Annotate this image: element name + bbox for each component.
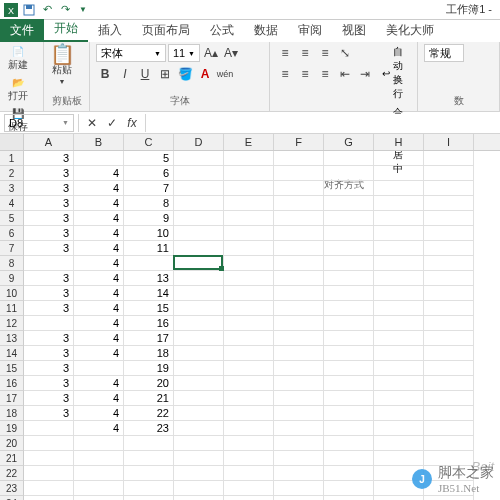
orientation-icon[interactable]: ⤡ [336,44,354,62]
cell[interactable]: 3 [24,166,74,181]
cell[interactable] [324,196,374,211]
cell[interactable] [274,376,324,391]
cell[interactable] [274,391,324,406]
cell[interactable] [174,421,224,436]
col-header-F[interactable]: F [274,134,324,150]
cell[interactable] [374,436,424,451]
cell[interactable] [274,481,324,496]
cell[interactable] [174,316,224,331]
cell[interactable]: 9 [124,211,174,226]
phonetic-icon[interactable]: wén [216,65,234,83]
cell[interactable] [224,496,274,500]
cell[interactable] [424,316,474,331]
cell[interactable]: 4 [74,406,124,421]
cell[interactable] [224,436,274,451]
cell[interactable] [324,166,374,181]
cell[interactable]: 11 [124,241,174,256]
cell[interactable] [274,181,324,196]
cell[interactable] [324,316,374,331]
cell[interactable] [324,226,374,241]
cell[interactable] [424,346,474,361]
cell[interactable] [274,196,324,211]
cell[interactable] [274,331,324,346]
cell[interactable] [74,481,124,496]
cell[interactable] [374,496,424,500]
cell[interactable] [124,436,174,451]
cell[interactable] [24,316,74,331]
cell[interactable] [424,211,474,226]
cell[interactable] [224,166,274,181]
cell[interactable] [124,451,174,466]
cell[interactable] [224,346,274,361]
cell[interactable] [374,376,424,391]
cell[interactable] [224,211,274,226]
tab-review[interactable]: 审阅 [288,19,332,42]
cell[interactable] [374,331,424,346]
cell[interactable]: 4 [74,166,124,181]
cell[interactable] [324,346,374,361]
cell[interactable]: 3 [24,211,74,226]
spreadsheet-grid[interactable]: ABCDEFGHI 135234633474348534963410734118… [0,134,500,500]
cell[interactable] [324,361,374,376]
cell[interactable]: 10 [124,226,174,241]
cell[interactable] [424,241,474,256]
cell[interactable] [224,226,274,241]
col-header-H[interactable]: H [374,134,424,150]
tab-insert[interactable]: 插入 [88,19,132,42]
row-header[interactable]: 5 [0,211,24,226]
col-header-B[interactable]: B [74,134,124,150]
cell[interactable] [324,151,374,166]
tab-formulas[interactable]: 公式 [200,19,244,42]
name-box[interactable]: D8▼ [4,114,74,132]
cell[interactable] [74,451,124,466]
row-header[interactable]: 3 [0,181,24,196]
cell[interactable] [174,301,224,316]
align-left-icon[interactable]: ≡ [276,65,294,83]
cell[interactable] [424,331,474,346]
cell[interactable] [174,151,224,166]
cell[interactable] [24,466,74,481]
cell[interactable] [224,316,274,331]
underline-icon[interactable]: U [136,65,154,83]
row-header[interactable]: 18 [0,406,24,421]
cell[interactable] [374,211,424,226]
cell[interactable] [174,166,224,181]
cell[interactable] [424,181,474,196]
col-header-C[interactable]: C [124,134,174,150]
cell[interactable]: 4 [74,196,124,211]
cell[interactable] [24,496,74,500]
cell[interactable] [324,421,374,436]
cell[interactable] [224,196,274,211]
cell[interactable] [274,286,324,301]
cell[interactable]: 3 [24,196,74,211]
cell[interactable] [274,241,324,256]
align-bottom-icon[interactable]: ≡ [316,44,334,62]
cell[interactable] [174,286,224,301]
bold-icon[interactable]: B [96,65,114,83]
enter-icon[interactable]: ✓ [103,114,121,132]
cell[interactable] [424,286,474,301]
cell[interactable]: 4 [74,301,124,316]
align-top-icon[interactable]: ≡ [276,44,294,62]
save-icon[interactable] [22,3,36,17]
cell[interactable] [174,256,224,271]
row-header[interactable]: 17 [0,391,24,406]
cell[interactable]: 4 [74,256,124,271]
cell[interactable] [24,481,74,496]
cell[interactable] [74,436,124,451]
cell[interactable] [174,211,224,226]
row-header[interactable]: 6 [0,226,24,241]
cell[interactable]: 3 [24,391,74,406]
cell[interactable] [324,466,374,481]
cell[interactable] [224,331,274,346]
cell[interactable]: 4 [74,241,124,256]
cell[interactable]: 3 [24,301,74,316]
cell[interactable]: 13 [124,271,174,286]
row-header[interactable]: 2 [0,166,24,181]
tab-data[interactable]: 数据 [244,19,288,42]
cell[interactable] [174,436,224,451]
cell[interactable] [274,316,324,331]
cell[interactable] [424,496,474,500]
cell[interactable] [124,466,174,481]
cell[interactable] [174,481,224,496]
